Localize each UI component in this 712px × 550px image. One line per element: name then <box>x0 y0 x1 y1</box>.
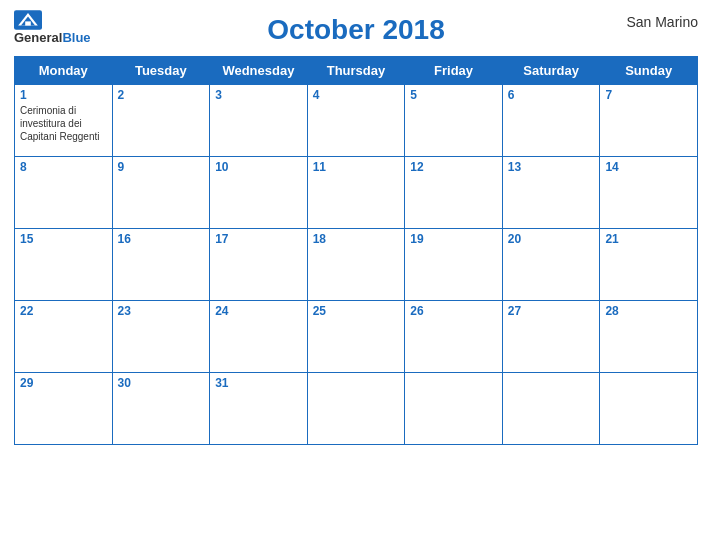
day-number: 24 <box>215 304 302 318</box>
day-cell-5-5 <box>405 373 503 445</box>
day-cell-2-6: 13 <box>502 157 600 229</box>
day-number: 25 <box>313 304 400 318</box>
day-cell-1-6: 6 <box>502 85 600 157</box>
day-number: 26 <box>410 304 497 318</box>
day-number: 6 <box>508 88 595 102</box>
day-cell-5-1: 29 <box>15 373 113 445</box>
day-cell-3-7: 21 <box>600 229 698 301</box>
day-cell-1-5: 5 <box>405 85 503 157</box>
day-cell-5-6 <box>502 373 600 445</box>
day-number: 5 <box>410 88 497 102</box>
general-blue-logo-icon <box>14 10 42 30</box>
day-number: 2 <box>118 88 205 102</box>
day-number: 16 <box>118 232 205 246</box>
header-tuesday: Tuesday <box>112 57 210 85</box>
header-monday: Monday <box>15 57 113 85</box>
country-label: San Marino <box>626 14 698 30</box>
svg-rect-3 <box>25 21 31 25</box>
day-number: 11 <box>313 160 400 174</box>
day-cell-2-7: 14 <box>600 157 698 229</box>
day-number: 15 <box>20 232 107 246</box>
day-number: 17 <box>215 232 302 246</box>
day-cell-2-2: 9 <box>112 157 210 229</box>
week-row-5: 293031 <box>15 373 698 445</box>
day-number: 21 <box>605 232 692 246</box>
day-cell-4-1: 22 <box>15 301 113 373</box>
day-cell-5-3: 31 <box>210 373 308 445</box>
day-cell-4-5: 26 <box>405 301 503 373</box>
calendar-container: General Blue October 2018 San Marino Mon… <box>0 0 712 550</box>
day-number: 19 <box>410 232 497 246</box>
day-cell-4-3: 24 <box>210 301 308 373</box>
calendar-grid: Monday Tuesday Wednesday Thursday Friday… <box>14 56 698 445</box>
day-number: 1 <box>20 88 107 102</box>
days-header-row: Monday Tuesday Wednesday Thursday Friday… <box>15 57 698 85</box>
day-number: 20 <box>508 232 595 246</box>
day-number: 7 <box>605 88 692 102</box>
day-number: 30 <box>118 376 205 390</box>
day-cell-3-3: 17 <box>210 229 308 301</box>
event-text: Cerimonia di investitura dei Capitani Re… <box>20 104 107 143</box>
day-number: 27 <box>508 304 595 318</box>
day-cell-1-3: 3 <box>210 85 308 157</box>
day-cell-1-1: 1Cerimonia di investitura dei Capitani R… <box>15 85 113 157</box>
header-saturday: Saturday <box>502 57 600 85</box>
header-thursday: Thursday <box>307 57 405 85</box>
calendar-header: General Blue October 2018 San Marino <box>14 10 698 50</box>
day-number: 4 <box>313 88 400 102</box>
day-cell-1-4: 4 <box>307 85 405 157</box>
week-row-4: 22232425262728 <box>15 301 698 373</box>
day-number: 9 <box>118 160 205 174</box>
calendar-body: 1Cerimonia di investitura dei Capitani R… <box>15 85 698 445</box>
day-number: 28 <box>605 304 692 318</box>
day-number: 12 <box>410 160 497 174</box>
day-number: 18 <box>313 232 400 246</box>
day-number: 29 <box>20 376 107 390</box>
day-cell-1-7: 7 <box>600 85 698 157</box>
week-row-2: 891011121314 <box>15 157 698 229</box>
day-cell-2-3: 10 <box>210 157 308 229</box>
logo-area: General Blue <box>14 10 91 45</box>
day-number: 8 <box>20 160 107 174</box>
day-number: 10 <box>215 160 302 174</box>
day-number: 31 <box>215 376 302 390</box>
day-cell-2-4: 11 <box>307 157 405 229</box>
day-cell-3-5: 19 <box>405 229 503 301</box>
header-sunday: Sunday <box>600 57 698 85</box>
day-number: 13 <box>508 160 595 174</box>
day-cell-4-7: 28 <box>600 301 698 373</box>
day-cell-3-6: 20 <box>502 229 600 301</box>
week-row-3: 15161718192021 <box>15 229 698 301</box>
day-cell-5-7 <box>600 373 698 445</box>
day-cell-4-2: 23 <box>112 301 210 373</box>
logo-general-text: General <box>14 31 62 45</box>
header-wednesday: Wednesday <box>210 57 308 85</box>
day-cell-5-2: 30 <box>112 373 210 445</box>
day-cell-4-4: 25 <box>307 301 405 373</box>
week-row-1: 1Cerimonia di investitura dei Capitani R… <box>15 85 698 157</box>
logo-blue-text: Blue <box>62 31 90 45</box>
day-cell-3-1: 15 <box>15 229 113 301</box>
day-cell-4-6: 27 <box>502 301 600 373</box>
day-cell-1-2: 2 <box>112 85 210 157</box>
day-number: 22 <box>20 304 107 318</box>
day-number: 3 <box>215 88 302 102</box>
month-title: October 2018 <box>14 14 698 46</box>
day-number: 14 <box>605 160 692 174</box>
day-cell-3-2: 16 <box>112 229 210 301</box>
day-number: 23 <box>118 304 205 318</box>
day-cell-3-4: 18 <box>307 229 405 301</box>
header-friday: Friday <box>405 57 503 85</box>
day-cell-5-4 <box>307 373 405 445</box>
day-cell-2-1: 8 <box>15 157 113 229</box>
day-cell-2-5: 12 <box>405 157 503 229</box>
